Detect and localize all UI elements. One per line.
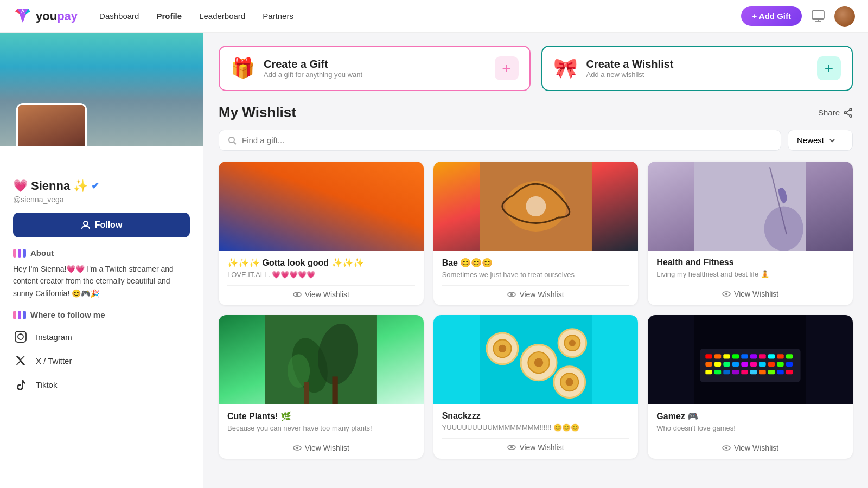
card-image xyxy=(433,162,639,251)
svg-rect-63 xyxy=(706,354,712,358)
create-wishlist-subtitle: Add a new wishlist xyxy=(586,70,674,79)
svg-rect-82 xyxy=(786,362,793,367)
wishlist-card[interactable]: Bae 😊😊😊 Sometimes we just have to treat … xyxy=(433,162,639,305)
view-wishlist-button[interactable]: View Wishlist xyxy=(656,290,844,298)
view-wishlist-button[interactable]: View Wishlist xyxy=(442,290,630,299)
share-icon xyxy=(843,108,853,118)
nav-profile[interactable]: Profile xyxy=(156,11,182,21)
wishlist-card[interactable]: Snackzzz YUUUUUUUUUMMMMMMMM!!!!!! 😊😊😊 Vi… xyxy=(433,315,639,459)
svg-point-32 xyxy=(510,293,513,296)
add-gift-button[interactable]: + Add Gift xyxy=(741,6,802,26)
profile-name: 💗 Sienna ✨ ✔ xyxy=(13,179,190,193)
logo[interactable]: youpay xyxy=(13,7,78,26)
svg-rect-67 xyxy=(742,354,748,358)
nav-dashboard[interactable]: Dashboard xyxy=(99,11,139,21)
tiktok-label: Tiktok xyxy=(36,380,57,389)
svg-point-34 xyxy=(764,207,803,252)
logo-text: youpay xyxy=(36,9,78,23)
search-input[interactable] xyxy=(242,136,772,145)
follow-button[interactable]: Follow xyxy=(13,213,190,237)
social-twitter[interactable]: X / Twitter xyxy=(13,349,190,373)
where-heading: Where to follow me xyxy=(13,310,190,319)
search-icon xyxy=(228,136,237,145)
card-body: Health and Fitness Living my healthiest … xyxy=(648,251,853,305)
svg-rect-77 xyxy=(742,362,748,367)
svg-rect-83 xyxy=(706,370,712,374)
svg-rect-76 xyxy=(732,362,739,367)
instagram-icon xyxy=(13,329,28,344)
card-desc: Who doesn't love games! xyxy=(656,423,844,433)
eye-icon xyxy=(507,443,516,452)
share-button[interactable]: Share xyxy=(818,108,853,118)
create-gift-subtitle: Add a gift for anything you want xyxy=(264,70,362,79)
card-title: Cute Plants! 🌿 xyxy=(227,411,415,421)
card-image xyxy=(219,162,424,251)
card-desc: Sometimes we just have to treat ourselve… xyxy=(442,270,630,280)
svg-rect-90 xyxy=(768,370,775,374)
avatar[interactable] xyxy=(834,6,855,27)
wishlist-card[interactable]: Cute Plants! 🌿 Because you can never hav… xyxy=(219,315,424,459)
svg-rect-91 xyxy=(777,370,784,374)
sidebar: 💗 Sienna ✨ ✔ @sienna_vega Follow xyxy=(0,33,203,488)
svg-rect-73 xyxy=(706,362,712,367)
svg-rect-85 xyxy=(724,370,730,374)
svg-rect-80 xyxy=(768,362,775,367)
card-desc: LOVE.IT.ALL. 💗💗💗💗💗 xyxy=(227,270,415,280)
social-section: Where to follow me Instagram xyxy=(13,310,190,396)
view-wishlist-button[interactable]: View Wishlist xyxy=(442,443,630,452)
svg-rect-64 xyxy=(714,354,721,358)
about-text: Hey I'm Sienna!💗💗 I'm a Twitch streamer … xyxy=(13,263,190,299)
nav-links: Dashboard Profile Leaderboard Partners xyxy=(99,11,293,21)
chevron-down-icon xyxy=(828,137,836,144)
wishlist-card[interactable]: ✨✨✨ Gotta look good ✨✨✨ LOVE.IT.ALL. 💗💗💗… xyxy=(219,162,424,305)
svg-rect-70 xyxy=(768,354,775,358)
view-wishlist-button[interactable]: View Wishlist xyxy=(656,444,844,452)
svg-marker-0 xyxy=(17,9,28,23)
wishlist-card[interactable]: Gamez 🎮 Who doesn't love games! View Wis… xyxy=(648,315,853,459)
nav-leaderboard[interactable]: Leaderboard xyxy=(199,11,245,21)
wishlist-card[interactable]: Health and Fitness Living my healthiest … xyxy=(648,162,853,305)
nav-partners[interactable]: Partners xyxy=(263,11,293,21)
wishlist-grid: ✨✨✨ Gotta look good ✨✨✨ LOVE.IT.ALL. 💗💗💗… xyxy=(219,162,853,459)
sort-dropdown[interactable]: Newest xyxy=(788,130,853,151)
svg-point-94 xyxy=(725,447,727,449)
card-body: ✨✨✨ Gotta look good ✨✨✨ LOVE.IT.ALL. 💗💗💗… xyxy=(219,251,424,305)
svg-rect-78 xyxy=(750,362,757,367)
nav-right: + Add Gift xyxy=(741,6,855,27)
svg-rect-92 xyxy=(786,370,793,374)
svg-point-20 xyxy=(844,112,846,114)
card-desc: Living my healthiest and best life 🧘 xyxy=(656,269,844,279)
social-tiktok[interactable]: Tiktok xyxy=(13,373,190,396)
navbar: youpay Dashboard Profile Leaderboard Par… xyxy=(0,0,868,33)
create-wishlist-plus[interactable]: + xyxy=(817,56,841,80)
create-wishlist-card[interactable]: 🎀 Create a Wishlist Add a new wishlist + xyxy=(541,46,853,91)
profile-picture xyxy=(16,103,87,146)
view-wishlist-button[interactable]: View Wishlist xyxy=(227,290,415,299)
svg-point-30 xyxy=(526,196,546,216)
svg-rect-68 xyxy=(750,354,757,358)
svg-point-27 xyxy=(296,293,298,296)
svg-point-17 xyxy=(18,334,23,339)
eye-icon xyxy=(507,290,516,299)
card-title: ✨✨✨ Gotta look good ✨✨✨ xyxy=(227,258,415,268)
svg-rect-79 xyxy=(760,362,766,367)
svg-rect-81 xyxy=(777,362,784,367)
create-gift-plus[interactable]: + xyxy=(495,56,519,80)
social-instagram[interactable]: Instagram xyxy=(13,325,190,349)
svg-point-49 xyxy=(498,345,506,352)
svg-point-18 xyxy=(24,333,25,334)
wishlist-header: My Wishlist Share xyxy=(219,104,853,121)
view-wishlist-button[interactable]: View Wishlist xyxy=(227,444,415,452)
svg-point-37 xyxy=(725,293,727,295)
card-image xyxy=(648,162,853,251)
svg-rect-72 xyxy=(786,354,793,358)
monitor-icon xyxy=(810,9,826,24)
eye-icon xyxy=(722,290,731,298)
eye-icon xyxy=(722,444,731,452)
create-gift-card[interactable]: 🎁 Create a Gift Add a gift for anything … xyxy=(219,46,531,91)
eye-icon xyxy=(293,290,302,299)
page-layout: 💗 Sienna ✨ ✔ @sienna_vega Follow xyxy=(0,33,868,488)
svg-point-52 xyxy=(534,358,543,368)
svg-rect-65 xyxy=(724,354,730,358)
svg-rect-87 xyxy=(742,370,748,374)
